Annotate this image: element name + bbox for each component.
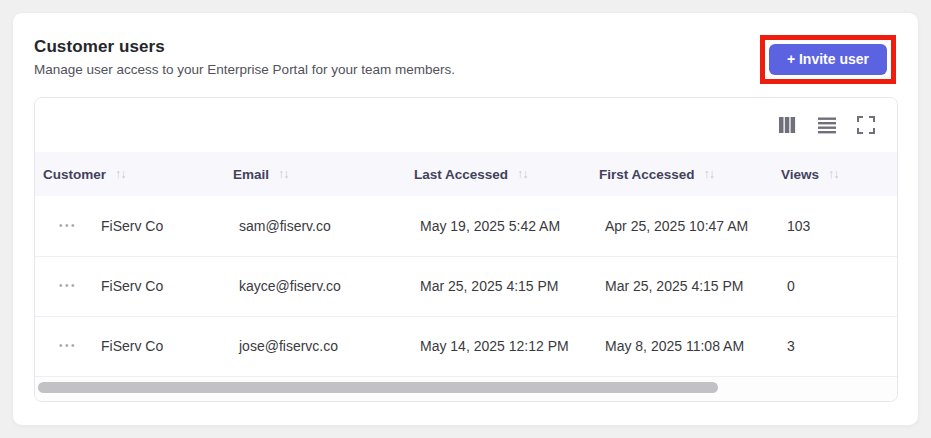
users-table-panel: Customer↑↓ Email↑↓ Last Accessed↑↓ First… bbox=[34, 97, 898, 402]
customer-name: FiServ Co bbox=[101, 338, 163, 354]
first-accessed-cell: Apr 25, 2025 10:47 AM bbox=[591, 196, 773, 256]
column-label: Email bbox=[233, 167, 269, 182]
table-toolbar bbox=[35, 98, 897, 152]
column-header-customer[interactable]: Customer↑↓ bbox=[35, 152, 225, 196]
last-accessed-cell: May 19, 2025 5:42 AM bbox=[406, 196, 591, 256]
last-accessed-cell: Mar 25, 2025 4:15 PM bbox=[406, 256, 591, 316]
invite-user-button[interactable]: + Invite user bbox=[769, 44, 887, 75]
last-accessed-cell: May 14, 2025 12:12 PM bbox=[406, 316, 591, 376]
customer-cell: ••• FiServ Co bbox=[35, 256, 225, 316]
table-header-row: Customer↑↓ Email↑↓ Last Accessed↑↓ First… bbox=[35, 152, 897, 196]
customer-name: FiServ Co bbox=[101, 218, 163, 234]
annotation-highlight-box: + Invite user bbox=[760, 35, 896, 84]
sort-icon[interactable]: ↑↓ bbox=[115, 167, 126, 181]
column-header-first-accessed[interactable]: First Accessed↑↓ bbox=[591, 152, 773, 196]
views-cell: 3 bbox=[773, 316, 897, 376]
row-menu-icon[interactable]: ••• bbox=[59, 341, 85, 351]
columns-icon[interactable] bbox=[775, 114, 799, 136]
card-header: Customer users Manage user access to you… bbox=[34, 37, 898, 84]
column-header-email[interactable]: Email↑↓ bbox=[225, 152, 406, 196]
horizontal-scrollbar[interactable] bbox=[35, 377, 897, 401]
customer-cell: ••• FiServ Co bbox=[35, 316, 225, 376]
column-label: Last Accessed bbox=[414, 167, 508, 182]
customer-cell: ••• FiServ Co bbox=[35, 196, 225, 256]
column-header-last-accessed[interactable]: Last Accessed↑↓ bbox=[406, 152, 591, 196]
column-label: Customer bbox=[43, 167, 106, 182]
views-cell: 103 bbox=[773, 196, 897, 256]
sort-icon[interactable]: ↑↓ bbox=[704, 167, 715, 181]
scrollbar-thumb[interactable] bbox=[38, 382, 718, 393]
page-title: Customer users bbox=[34, 37, 455, 57]
views-cell: 0 bbox=[773, 256, 897, 316]
table-row[interactable]: ••• FiServ Co jose@fiservc.co May 14, 20… bbox=[35, 316, 897, 376]
customer-users-card: Customer users Manage user access to you… bbox=[12, 12, 919, 426]
table-row[interactable]: ••• FiServ Co kayce@fiserv.co Mar 25, 20… bbox=[35, 256, 897, 316]
column-label: Views bbox=[781, 167, 819, 182]
sort-icon[interactable]: ↑↓ bbox=[278, 167, 289, 181]
customer-name: FiServ Co bbox=[101, 278, 163, 294]
table-body: ••• FiServ Co sam@fiserv.co May 19, 2025… bbox=[35, 196, 897, 376]
first-accessed-cell: Mar 25, 2025 4:15 PM bbox=[591, 256, 773, 316]
email-cell: jose@fiservc.co bbox=[225, 316, 406, 376]
title-block: Customer users Manage user access to you… bbox=[34, 37, 455, 77]
customer-users-table: Customer↑↓ Email↑↓ Last Accessed↑↓ First… bbox=[35, 152, 897, 377]
email-cell: kayce@fiserv.co bbox=[225, 256, 406, 316]
column-header-views[interactable]: Views↑↓ bbox=[773, 152, 897, 196]
column-label: First Accessed bbox=[599, 167, 695, 182]
row-menu-icon[interactable]: ••• bbox=[59, 281, 85, 291]
sort-icon[interactable]: ↑↓ bbox=[828, 167, 839, 181]
email-cell: sam@fiserv.co bbox=[225, 196, 406, 256]
table-row[interactable]: ••• FiServ Co sam@fiserv.co May 19, 2025… bbox=[35, 196, 897, 256]
first-accessed-cell: May 8, 2025 11:08 AM bbox=[591, 316, 773, 376]
sort-icon[interactable]: ↑↓ bbox=[517, 167, 528, 181]
row-menu-icon[interactable]: ••• bbox=[59, 221, 85, 231]
page-subtitle: Manage user access to your Enterprise Po… bbox=[34, 62, 455, 77]
row-density-icon[interactable] bbox=[815, 114, 839, 136]
fullscreen-icon[interactable] bbox=[855, 114, 877, 136]
